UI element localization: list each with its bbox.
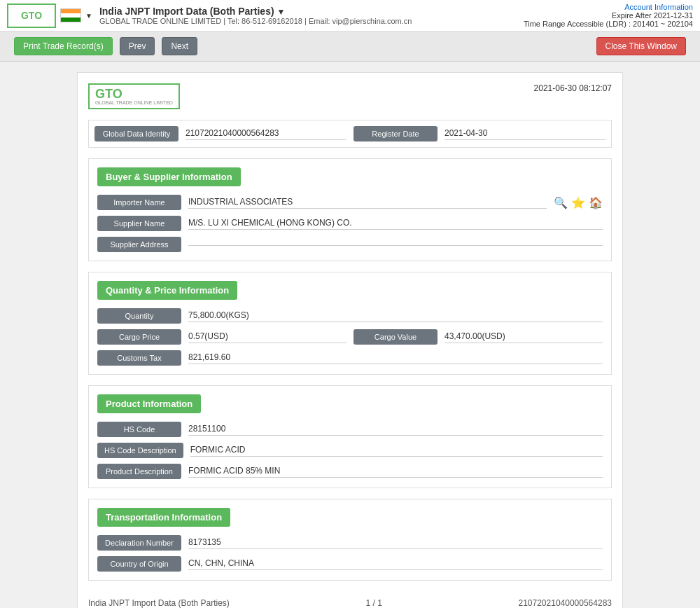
top-toolbar: Print Trade Record(s) Prev Next Close Th… <box>0 32 700 62</box>
buyer-supplier-section: Buyer & Supplier Information Importer Na… <box>88 158 612 261</box>
supplier-address-value <box>188 244 603 246</box>
ldr-label: Time Range Accessible (LDR) : 201401 ~ 2… <box>524 20 693 28</box>
supplier-row: Supplier Name M/S. LU XI CHEMICAL (HONG … <box>97 216 603 231</box>
prev-button-top[interactable]: Prev <box>120 37 155 55</box>
next-button-top[interactable]: Next <box>162 37 197 55</box>
declaration-label: Declaration Number <box>97 535 181 551</box>
register-date-value: 2021-04-30 <box>444 128 606 140</box>
transportation-title: Transportation Information <box>97 508 230 527</box>
product-desc-label: Product Description <box>97 464 181 479</box>
buyer-supplier-title: Buyer & Supplier Information <box>97 167 241 186</box>
logo-image: GTO <box>7 4 56 28</box>
global-data-identity-row: Global Data Identity 2107202104000056428… <box>88 120 612 148</box>
hs-code-value: 28151100 <box>188 424 603 436</box>
flag-dropdown[interactable]: ▼ <box>85 12 92 20</box>
quantity-label: Quantity <box>97 308 181 324</box>
main-content: GTO GLOBAL TRADE ONLINE LIMITED 2021-06-… <box>0 62 700 608</box>
close-button-top[interactable]: Close This Window <box>596 37 686 55</box>
cargo-price-value: 0.57(USD) <box>188 331 346 343</box>
record-logo: GTO GLOBAL TRADE ONLINE LIMITED <box>88 83 180 109</box>
quantity-price-title: Quantity & Price Information <box>97 281 237 300</box>
logo-area: GTO ▼ <box>7 4 92 28</box>
footer-right: 21072021040000564283 <box>519 598 612 608</box>
cargo-value-value: 43,470.00(USD) <box>444 331 603 343</box>
record-logo-sub: GLOBAL TRADE ONLINE LIMITED <box>95 100 173 105</box>
hs-code-label: HS Code <box>97 422 181 437</box>
cargo-price-row: Cargo Price 0.57(USD) Cargo Value 43,470… <box>97 329 603 345</box>
search-icon[interactable]: 🔍 <box>554 196 568 209</box>
customs-tax-value: 821,619.60 <box>188 352 603 364</box>
country-value: CN, CHN, CHINA <box>188 558 603 570</box>
gdi-label: Global Data Identity <box>94 126 178 141</box>
hs-desc-row: HS Code Description FORMIC ACID <box>97 443 603 458</box>
importer-row: Importer Name INDUSTRIAL ASSOCIATES 🔍 ⭐ … <box>97 195 603 210</box>
cargo-value-label: Cargo Value <box>354 329 438 345</box>
expire-label: Expire After 2021-12-31 <box>524 11 693 20</box>
product-title: Product Information <box>97 394 201 413</box>
record-datetime: 2021-06-30 08:12:07 <box>534 83 612 93</box>
hs-desc-value: FORMIC ACID <box>190 445 603 457</box>
page-title: India JNPT Import Data (Both Parties) ▼ <box>99 6 517 17</box>
footer-center: 1 / 1 <box>366 598 382 608</box>
supplier-label: Supplier Name <box>97 216 181 231</box>
declaration-value: 8173135 <box>188 537 603 549</box>
print-button-top[interactable]: Print Trade Record(s) <box>14 37 113 55</box>
supplier-value: M/S. LU XI CHEMICAL (HONG KONG) CO. <box>188 218 603 230</box>
star-icon[interactable]: ⭐ <box>571 196 585 209</box>
product-section: Product Information HS Code 28151100 HS … <box>88 385 612 488</box>
country-row: Country of Origin CN, CHN, CHINA <box>97 556 603 572</box>
home-icon[interactable]: 🏠 <box>589 196 603 209</box>
record-footer: India JNPT Import Data (Both Parties) 1 … <box>88 591 612 608</box>
record-header: GTO GLOBAL TRADE ONLINE LIMITED 2021-06-… <box>88 83 612 109</box>
supplier-address-label: Supplier Address <box>97 237 181 252</box>
importer-icons: 🔍 ⭐ 🏠 <box>554 196 603 209</box>
product-desc-row: Product Description FORMIC ACID 85% MIN <box>97 464 603 479</box>
customs-tax-row: Customs Tax 821,619.60 <box>97 350 603 366</box>
product-desc-value: FORMIC ACID 85% MIN <box>188 466 603 478</box>
importer-label: Importer Name <box>97 195 181 210</box>
declaration-row: Declaration Number 8173135 <box>97 535 603 551</box>
title-dropdown[interactable]: ▼ <box>277 7 286 17</box>
register-date-label: Register Date <box>354 126 438 141</box>
header-subtitle: GLOBAL TRADE ONLINE LIMITED | Tel: 86-51… <box>99 17 517 25</box>
quantity-row: Quantity 75,800.00(KGS) <box>97 308 603 324</box>
app-header: GTO ▼ India JNPT Import Data (Both Parti… <box>0 0 700 32</box>
importer-value: INDUSTRIAL ASSOCIATES <box>188 197 547 209</box>
country-flag <box>60 8 81 22</box>
supplier-address-row: Supplier Address <box>97 237 603 252</box>
quantity-price-section: Quantity & Price Information Quantity 75… <box>88 272 612 375</box>
record-logo-text: GTO <box>95 88 173 100</box>
record-card: GTO GLOBAL TRADE ONLINE LIMITED 2021-06-… <box>77 72 623 608</box>
country-label: Country of Origin <box>97 556 181 572</box>
quantity-value: 75,800.00(KGS) <box>188 310 603 322</box>
cargo-price-label: Cargo Price <box>97 329 181 345</box>
gdi-value: 21072021040000564283 <box>186 128 346 140</box>
hs-desc-label: HS Code Description <box>97 443 183 458</box>
account-link[interactable]: Account Information <box>624 3 693 11</box>
hs-code-row: HS Code 28151100 <box>97 422 603 437</box>
customs-tax-label: Customs Tax <box>97 350 181 366</box>
header-right: Account Information Expire After 2021-12… <box>524 3 693 28</box>
transportation-section: Transportation Information Declaration N… <box>88 499 612 581</box>
footer-left: India JNPT Import Data (Both Parties) <box>88 598 230 608</box>
